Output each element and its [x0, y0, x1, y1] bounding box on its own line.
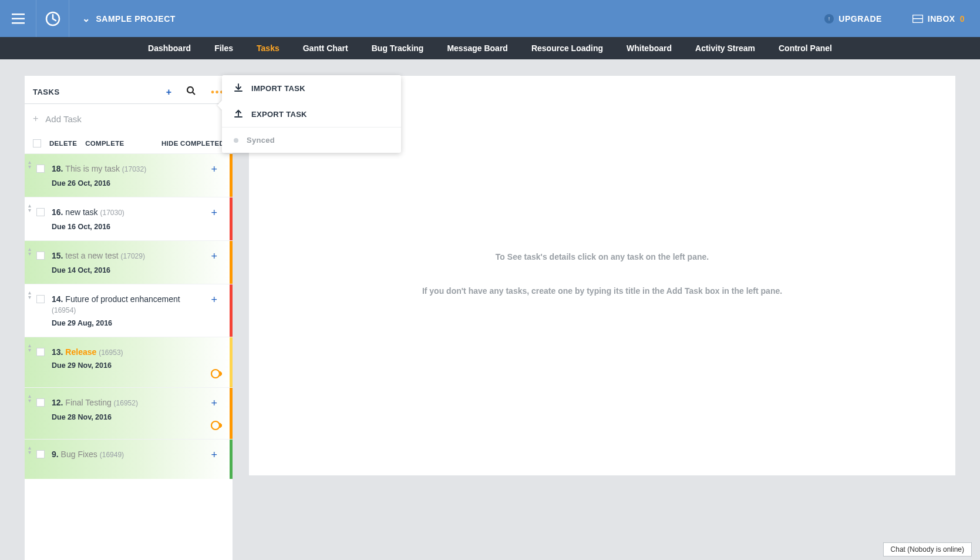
expand-task-icon[interactable]: +: [211, 163, 217, 176]
task-due-date: Due 14 Oct, 2016: [52, 266, 221, 274]
sort-handle-icon[interactable]: ▴▾: [28, 290, 31, 300]
task-name: Future of product enhancement: [65, 294, 180, 304]
project-selector[interactable]: ⌄ SAMPLE PROJECT: [69, 13, 188, 24]
svg-point-10: [211, 370, 220, 378]
nav-resourceloading[interactable]: Resource Loading: [521, 37, 614, 59]
task-item[interactable]: ▴▾13. Release (16953)Due 29 Nov, 2016: [25, 337, 233, 387]
task-number: 9.: [52, 450, 61, 459]
tasks-title: TASKS: [33, 88, 166, 96]
sort-handle-icon[interactable]: ▴▾: [28, 394, 31, 403]
export-task-action[interactable]: EXPORT TASK: [222, 101, 401, 127]
menu-button[interactable]: [0, 0, 36, 37]
task-item[interactable]: ▴▾9. Bug Fixes (16949)+: [25, 439, 233, 479]
toolbar-hide-completed[interactable]: HIDE COMPLETED: [161, 140, 224, 147]
expand-task-icon[interactable]: +: [211, 294, 217, 306]
svg-rect-7: [912, 18, 922, 19]
task-item[interactable]: ▴▾15. test a new test (17029)+Due 14 Oct…: [25, 240, 233, 284]
add-task-input[interactable]: + Add Task: [25, 104, 233, 133]
task-item[interactable]: ▴▾18. This is my task (17032)+Due 26 Oct…: [25, 153, 233, 197]
priority-edge: [230, 284, 233, 337]
import-task-action[interactable]: IMPORT TASK: [222, 75, 401, 101]
hamburger-icon: [12, 14, 25, 24]
export-label: EXPORT TASK: [251, 110, 307, 119]
priority-edge: [230, 440, 233, 479]
svg-point-8: [187, 87, 193, 93]
nav-files[interactable]: Files: [204, 37, 244, 59]
task-checkbox[interactable]: [36, 398, 45, 407]
synced-label: Synced: [247, 136, 275, 145]
nav-whiteboard[interactable]: Whiteboard: [616, 37, 682, 59]
task-id: (16954): [52, 306, 76, 314]
task-checkbox[interactable]: [36, 348, 45, 356]
task-checkbox[interactable]: [36, 252, 45, 260]
task-name: new task: [65, 207, 100, 217]
task-id: (17032): [122, 165, 146, 173]
chat-widget[interactable]: Chat (Nobody is online): [883, 542, 972, 556]
task-number: 12.: [52, 398, 65, 407]
sort-handle-icon[interactable]: ▴▾: [28, 203, 31, 213]
svg-line-9: [193, 92, 195, 95]
sort-handle-icon[interactable]: ▴▾: [28, 343, 31, 353]
search-icon[interactable]: [187, 86, 196, 98]
expand-task-icon[interactable]: +: [211, 250, 217, 263]
task-due-date: Due 29 Aug, 2016: [52, 319, 221, 327]
expand-task-icon[interactable]: +: [211, 397, 217, 410]
nav-tasks[interactable]: Tasks: [246, 37, 290, 59]
task-item[interactable]: ▴▾12. Final Testing (16952)+Due 28 Nov, …: [25, 387, 233, 439]
top-header: ⌄ SAMPLE PROJECT ↑ UPGRADE INBOX 0: [0, 0, 980, 37]
sort-handle-icon[interactable]: ▴▾: [28, 445, 31, 455]
tasks-toolbar: DELETE COMPLETE HIDE COMPLETED: [25, 133, 233, 153]
chevron-down-icon: ⌄: [82, 13, 90, 24]
svg-rect-1: [12, 18, 25, 19]
task-number: 18.: [52, 164, 65, 173]
task-id: (17029): [121, 252, 145, 260]
tasks-panel: TASKS + ••• + Add Task DELETE COMPLETE H…: [25, 76, 233, 560]
toolbar-delete[interactable]: DELETE: [49, 140, 77, 147]
task-checkbox[interactable]: [36, 450, 45, 458]
task-due-date: Due 16 Oct, 2016: [52, 223, 221, 231]
task-checkbox[interactable]: [36, 208, 45, 216]
upgrade-button[interactable]: ↑ UPGRADE: [809, 14, 897, 24]
sort-handle-icon[interactable]: ▴▾: [28, 160, 31, 169]
task-due-date: Due 28 Nov, 2016: [52, 413, 221, 421]
add-task-icon[interactable]: +: [166, 87, 171, 98]
nav-dashboard[interactable]: Dashboard: [137, 37, 201, 59]
priority-edge: [230, 154, 233, 197]
sync-dot-icon: [234, 138, 238, 143]
recurring-icon: [210, 420, 222, 433]
priority-edge: [230, 388, 233, 439]
toolbar-complete[interactable]: COMPLETE: [85, 140, 124, 147]
import-icon: [234, 83, 243, 93]
inbox-count: 0: [960, 14, 965, 24]
tasks-panel-header: TASKS + •••: [25, 76, 233, 104]
svg-line-5: [53, 19, 56, 21]
nav-activitystream[interactable]: Activity Stream: [685, 37, 766, 59]
select-all-checkbox[interactable]: [33, 139, 41, 147]
task-item[interactable]: ▴▾16. new task (17030)+Due 16 Oct, 2016: [25, 197, 233, 240]
task-id: (16953): [99, 348, 123, 357]
task-number: 16.: [52, 207, 65, 217]
expand-task-icon[interactable]: +: [211, 449, 217, 461]
priority-edge: [230, 337, 233, 387]
task-item[interactable]: ▴▾14. Future of product enhancement (169…: [25, 284, 233, 337]
inbox-button[interactable]: INBOX 0: [897, 14, 980, 24]
task-checkbox[interactable]: [36, 165, 45, 173]
sort-handle-icon[interactable]: ▴▾: [28, 247, 31, 256]
task-name: test a new test: [65, 251, 120, 260]
synced-status: Synced: [222, 127, 401, 153]
nav-controlpanel[interactable]: Control Panel: [768, 37, 843, 59]
expand-task-icon[interactable]: +: [211, 207, 217, 219]
nav-messageboard[interactable]: Message Board: [436, 37, 518, 59]
task-due-date: Due 26 Oct, 2016: [52, 179, 221, 187]
inbox-icon: [912, 15, 923, 23]
add-task-placeholder: Add Task: [45, 114, 81, 124]
more-actions-popover: IMPORT TASK EXPORT TASK Synced: [222, 75, 401, 153]
task-number: 15.: [52, 251, 65, 260]
nav-gantt[interactable]: Gantt Chart: [292, 37, 359, 59]
nav-bugtracking[interactable]: Bug Tracking: [361, 37, 435, 59]
task-checkbox[interactable]: [36, 295, 45, 303]
task-number: 14.: [52, 294, 65, 304]
tasks-list: ▴▾18. This is my task (17032)+Due 26 Oct…: [25, 153, 233, 560]
task-id: (17030): [100, 209, 124, 217]
inbox-label: INBOX: [928, 14, 955, 24]
